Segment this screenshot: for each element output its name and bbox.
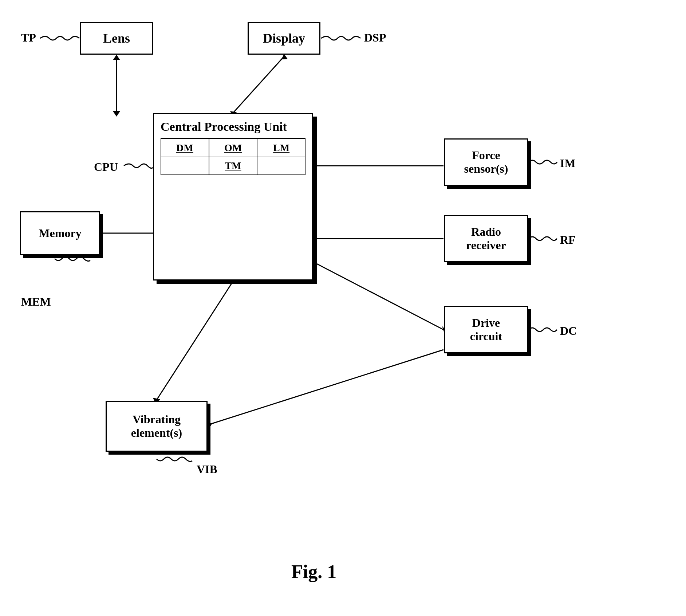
- cpu-cell-om: OM: [209, 139, 257, 157]
- cpu-cell-empty1: [161, 157, 209, 175]
- svg-line-3: [233, 56, 284, 113]
- svg-marker-5: [281, 54, 288, 59]
- force-sensor-box: Forcesensor(s): [444, 138, 528, 186]
- display-box: Display: [248, 22, 320, 55]
- cpu-om-label: OM: [224, 142, 242, 153]
- rf-label: RF: [560, 233, 576, 247]
- cpu-title: Central Processing Unit: [161, 119, 287, 134]
- dc-label: DC: [560, 324, 577, 338]
- lens-box: Lens: [80, 22, 153, 55]
- svg-line-18: [314, 262, 443, 330]
- memory-box: Memory: [20, 211, 100, 255]
- cpu-cell-lm: LM: [257, 139, 305, 157]
- vibrating-element-box: Vibratingelement(s): [106, 401, 208, 452]
- svg-line-15: [157, 281, 233, 400]
- radio-receiver-box: Radioreceiver: [444, 215, 528, 262]
- vibrating-element-label: Vibratingelement(s): [131, 413, 182, 440]
- cpu-cell-tm: TM: [209, 157, 257, 175]
- lens-label: Lens: [103, 31, 130, 46]
- mem-label: MEM: [21, 295, 51, 309]
- dsp-label: DSP: [364, 31, 386, 44]
- cpu-label: CPU: [94, 160, 118, 174]
- im-label: IM: [560, 157, 576, 170]
- drive-circuit-box: Drivecircuit: [444, 306, 528, 353]
- memory-label: Memory: [39, 227, 81, 240]
- connector-lines: [0, 0, 686, 616]
- svg-marker-1: [113, 111, 120, 117]
- svg-marker-2: [113, 55, 120, 60]
- tp-label: TP: [21, 31, 36, 44]
- display-label: Display: [263, 31, 305, 46]
- cpu-lm-label: LM: [273, 142, 289, 153]
- cpu-cell-dm: DM: [161, 139, 209, 157]
- radio-receiver-label: Radioreceiver: [466, 225, 506, 252]
- svg-line-20: [209, 350, 443, 424]
- vib-label: VIB: [197, 463, 217, 476]
- cpu-dm-label: DM: [176, 142, 193, 153]
- cpu-grid: DM OM LM TM: [161, 138, 305, 175]
- cpu-cell-empty2: [257, 157, 305, 175]
- cpu-box: Central Processing Unit DM OM LM TM: [153, 113, 313, 280]
- cpu-tm-label: TM: [225, 160, 241, 171]
- drive-circuit-label: Drivecircuit: [470, 316, 502, 343]
- force-sensor-label: Forcesensor(s): [464, 149, 508, 176]
- diagram: Lens Display Central Processing Unit DM …: [0, 0, 686, 616]
- figure-label: Fig. 1: [291, 561, 336, 582]
